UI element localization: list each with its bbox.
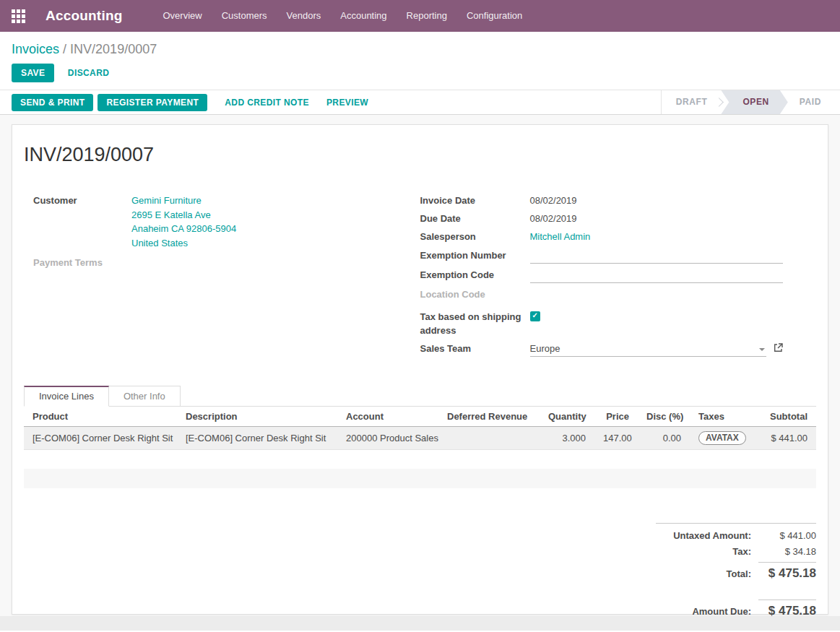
cell-subtotal[interactable]: $ 441.00 [750,426,816,449]
due-date-row: Due Date 08/02/2019 [420,212,784,225]
right-column: Invoice Date 08/02/2019 Due Date 08/02/2… [420,194,817,361]
col-description: Description [177,407,337,427]
sales-team-value[interactable]: Europe [530,343,560,354]
tax-label: Tax: [732,546,751,557]
salesperson-label: Salesperson [420,230,530,243]
cell-taxes[interactable]: AVATAX [690,426,750,449]
preview-button[interactable]: PREVIEW [322,93,373,112]
sales-team-label: Sales Team [420,342,530,355]
due-date-label: Due Date [420,212,530,225]
location-code-row: Location Code [420,287,784,303]
apps-grid-icon[interactable] [12,9,25,23]
customer-country-link[interactable]: United States [131,236,236,251]
app-title: Accounting [46,8,123,24]
amount-due-value: $ 475.18 [758,599,816,618]
add-credit-note-button[interactable]: ADD CREDIT NOTE [220,93,313,112]
sales-team-row: Sales Team Europe [420,342,784,357]
left-column: Customer Gemini Furniture 2695 E Katella… [24,194,420,361]
col-disc: Disc (%) [638,407,690,427]
total-row: Total: $ 475.18 [656,562,816,581]
nav-item-reporting[interactable]: Reporting [407,0,447,32]
cell-price[interactable]: 147.00 [594,426,638,449]
sales-team-select[interactable]: Europe [530,342,767,357]
amount-due-row: Amount Due: $ 475.18 [656,599,816,618]
empty-row [24,449,816,469]
invoice-date-value[interactable]: 08/02/2019 [530,194,577,207]
exemption-number-input[interactable] [530,248,784,264]
total-value: $ 475.18 [758,562,816,581]
totals-block: Untaxed Amount: $ 441.00 Tax: $ 34.18 To… [656,523,816,618]
tax-shipping-label: Tax based on shipping address [420,310,530,337]
empty-row [24,469,816,488]
invoice-date-row: Invoice Date 08/02/2019 [420,194,784,207]
discard-button[interactable]: DISCARD [64,64,113,82]
col-quantity: Quantity [540,407,594,427]
customer-city-link[interactable]: Anaheim CA 92806-5904 [131,222,236,236]
register-payment-button[interactable]: REGISTER PAYMENT [98,94,207,111]
status-step-open[interactable]: OPEN [721,90,787,114]
action-buttons: SEND & PRINT REGISTER PAYMENT ADD CREDIT… [12,93,373,112]
untaxed-amount-label: Untaxed Amount: [673,530,751,541]
external-link-icon[interactable] [774,343,783,355]
nav-item-configuration[interactable]: Configuration [467,0,522,32]
cell-account[interactable]: 200000 Product Sales [337,426,438,449]
status-step-draft[interactable]: DRAFT [664,90,719,114]
nav-item-accounting[interactable]: Accounting [340,0,386,32]
save-button[interactable]: SAVE [12,64,54,82]
cell-description[interactable]: [E-COM06] Corner Desk Right Sit [177,426,337,449]
exemption-number-label: Exemption Number [420,248,530,262]
top-navbar: Accounting Overview Customers Vendors Ac… [0,0,840,32]
salesperson-link[interactable]: Mitchell Admin [530,230,591,244]
customer-name-link[interactable]: Gemini Furniture [131,194,236,208]
notebook-tabs: Invoice Lines Other Info [24,386,816,407]
invoice-lines-table: Product Description Account Deferred Rev… [24,407,816,489]
status-step-paid[interactable]: PAID [788,90,833,114]
untaxed-amount-row: Untaxed Amount: $ 441.00 [656,530,816,541]
cell-deferred-revenue[interactable] [438,426,540,449]
control-buttons: SAVE DISCARD [12,64,828,82]
send-print-button[interactable]: SEND & PRINT [12,94,93,111]
table-row: [E-COM06] Corner Desk Right Sit [E-COM06… [24,426,816,449]
form-view: INV/2019/0007 Customer Gemini Furniture … [0,115,840,616]
col-taxes: Taxes [690,407,750,427]
field-group: Customer Gemini Furniture 2695 E Katella… [24,194,816,361]
control-panel: Invoices / INV/2019/0007 SAVE DISCARD [0,32,840,90]
total-label: Total: [727,568,751,579]
exemption-code-label: Exemption Code [420,268,530,282]
tab-other-info[interactable]: Other Info [109,386,181,407]
customer-label: Customer [33,194,131,207]
tax-value: $ 34.18 [758,546,816,557]
payment-terms-field[interactable] [131,256,391,271]
payment-terms-row: Payment Terms [33,256,391,271]
exemption-code-select[interactable] [530,268,784,283]
cell-quantity[interactable]: 3.000 [540,426,594,449]
table-header-row: Product Description Account Deferred Rev… [24,407,816,427]
location-code-field[interactable] [530,287,784,303]
tax-badge[interactable]: AVATAX [698,431,746,445]
nav-item-overview[interactable]: Overview [163,0,202,32]
cell-disc[interactable]: 0.00 [638,426,690,449]
invoice-date-label: Invoice Date [420,194,530,207]
status-bar: DRAFT OPEN PAID [661,90,840,114]
breadcrumb-invoices-link[interactable]: Invoices [12,42,59,56]
amount-due-label: Amount Due: [692,606,751,617]
nav-item-customers[interactable]: Customers [222,0,267,32]
untaxed-amount-value: $ 441.00 [758,530,816,541]
salesperson-row: Salesperson Mitchell Admin [420,230,784,244]
tax-row: Tax: $ 34.18 [656,546,816,557]
col-product: Product [24,407,177,427]
tax-shipping-row: Tax based on shipping address [420,310,784,337]
action-bar: SEND & PRINT REGISTER PAYMENT ADD CREDIT… [0,90,840,115]
breadcrumb-separator: / [63,42,66,56]
tax-shipping-checkbox[interactable] [530,311,540,321]
page-bottom-strip [0,616,840,631]
caret-down-icon[interactable] [759,348,765,351]
nav-item-vendors[interactable]: Vendors [287,0,321,32]
due-date-value[interactable]: 08/02/2019 [530,212,577,225]
col-price: Price [594,407,638,427]
cell-product[interactable]: [E-COM06] Corner Desk Right Sit [24,426,177,449]
tab-invoice-lines[interactable]: Invoice Lines [24,386,109,407]
location-code-label: Location Code [420,287,530,301]
invoice-sheet: INV/2019/0007 Customer Gemini Furniture … [12,124,828,615]
customer-street-link[interactable]: 2695 E Katella Ave [131,208,236,222]
